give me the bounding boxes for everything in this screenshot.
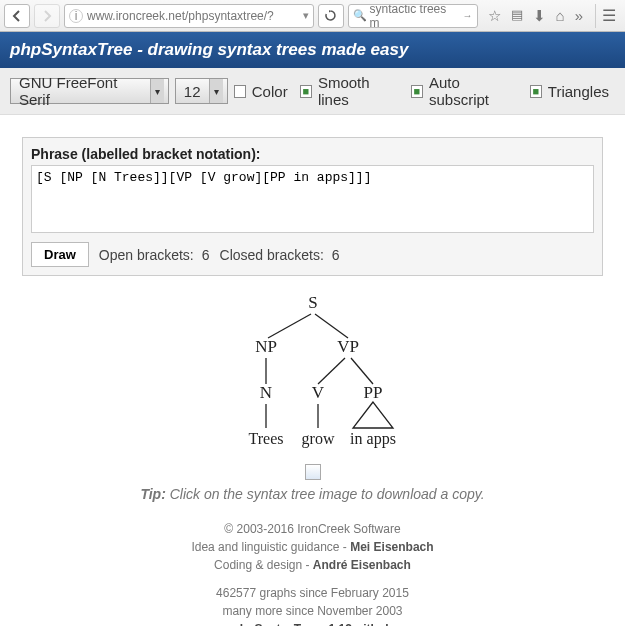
- phrase-label: Phrase (labelled bracket notation):: [31, 146, 594, 162]
- version-link[interactable]: phpSyntaxTree v1.12-github: [232, 622, 392, 626]
- leaf-trees: Trees: [248, 430, 283, 447]
- options-bar: GNU FreeFont Serif ▾ 12 ▾ Color ■ Smooth…: [0, 68, 625, 115]
- closed-brackets-label: Closed brackets:: [220, 247, 324, 263]
- url-dropdown-icon[interactable]: ▾: [303, 9, 309, 22]
- closed-brackets-count: 6: [332, 247, 340, 263]
- idea-name: Mei Eisenbach: [350, 540, 433, 554]
- coding-prefix: Coding & design -: [214, 558, 313, 572]
- smooth-label: Smooth lines: [318, 74, 399, 108]
- search-icon: 🔍: [353, 9, 367, 22]
- open-brackets-count: 6: [202, 247, 210, 263]
- url-bar[interactable]: i www.ironcreek.net/phpsyntaxtree/? ▾: [64, 4, 314, 28]
- size-select-value: 12: [184, 83, 201, 100]
- info-icon[interactable]: i: [69, 9, 83, 23]
- idea-prefix: Idea and linguistic guidance -: [191, 540, 350, 554]
- pocket-icon[interactable]: ▤: [511, 7, 523, 25]
- svg-line-4: [351, 358, 373, 384]
- search-go-icon[interactable]: →: [463, 10, 473, 21]
- syntax-tree-image[interactable]: S NP VP N V PP Trees grow in apps: [223, 294, 403, 454]
- toolbar-icons: ☆ ▤ ⬇ ⌂ »: [482, 7, 589, 25]
- more-icon[interactable]: »: [575, 7, 583, 25]
- search-text: syntactic trees m: [370, 4, 460, 28]
- node-vp: VP: [337, 337, 359, 356]
- forward-button[interactable]: [34, 4, 60, 28]
- tip-text: Tip: Click on the syntax tree image to d…: [22, 486, 603, 502]
- node-s: S: [308, 294, 317, 312]
- phrase-input[interactable]: [31, 165, 594, 233]
- size-select[interactable]: 12 ▾: [175, 78, 228, 104]
- font-select-value: GNU FreeFont Serif: [19, 74, 142, 108]
- copyright: © 2003-2016 IronCreek Software: [22, 520, 603, 538]
- download-icon[interactable]: ⬇: [533, 7, 546, 25]
- svg-marker-7: [353, 402, 393, 428]
- search-bar[interactable]: 🔍 syntactic trees m →: [348, 4, 478, 28]
- triangles-label: Triangles: [548, 83, 609, 100]
- node-n: N: [259, 383, 271, 402]
- menu-button[interactable]: ☰: [595, 4, 621, 28]
- back-button[interactable]: [4, 4, 30, 28]
- bookmark-icon[interactable]: ☆: [488, 7, 501, 25]
- browser-toolbar: i www.ironcreek.net/phpsyntaxtree/? ▾ 🔍 …: [0, 0, 625, 32]
- smooth-checkbox[interactable]: ■: [300, 85, 312, 98]
- download-image-icon[interactable]: [305, 464, 321, 480]
- svg-line-1: [315, 314, 348, 338]
- chevron-down-icon: ▾: [209, 79, 223, 103]
- page-title: phpSyntaxTree - drawing syntax trees mad…: [0, 32, 625, 68]
- font-select[interactable]: GNU FreeFont Serif ▾: [10, 78, 169, 104]
- url-text: www.ironcreek.net/phpsyntaxtree/?: [87, 9, 274, 23]
- coding-name: André Eisenbach: [313, 558, 411, 572]
- footer: © 2003-2016 IronCreek Software Idea and …: [22, 520, 603, 626]
- svg-line-0: [268, 314, 311, 338]
- node-pp: PP: [363, 383, 382, 402]
- autosub-checkbox[interactable]: ■: [411, 85, 423, 98]
- triangles-checkbox[interactable]: ■: [530, 85, 542, 98]
- color-checkbox[interactable]: [234, 85, 246, 98]
- phrase-panel: Phrase (labelled bracket notation): Draw…: [22, 137, 603, 276]
- since1: 462577 graphs since February 2015: [22, 584, 603, 602]
- reload-button[interactable]: [318, 4, 344, 28]
- leaf-grow: grow: [301, 430, 334, 448]
- home-icon[interactable]: ⌂: [556, 7, 565, 25]
- node-v: V: [311, 383, 324, 402]
- draw-button[interactable]: Draw: [31, 242, 89, 267]
- chevron-down-icon: ▾: [150, 79, 164, 103]
- tip-body: Click on the syntax tree image to downlo…: [166, 486, 485, 502]
- autosub-label: Auto subscript: [429, 74, 518, 108]
- svg-line-3: [318, 358, 345, 384]
- since2: many more since November 2003: [22, 602, 603, 620]
- node-np: NP: [255, 337, 277, 356]
- leaf-inapps: in apps: [350, 430, 396, 448]
- open-brackets-label: Open brackets:: [99, 247, 194, 263]
- color-label: Color: [252, 83, 288, 100]
- tip-prefix: Tip:: [140, 486, 165, 502]
